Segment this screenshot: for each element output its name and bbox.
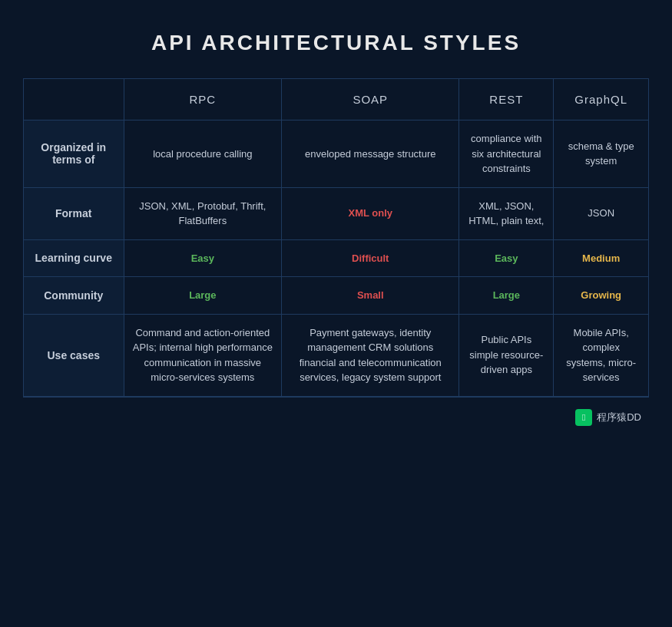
label-community: Community	[24, 277, 124, 315]
cell-format-rpc: JSON, XML, Protobuf, Thrift, FlatBuffers	[124, 187, 282, 239]
learning-graphql-value: Medium	[582, 252, 620, 264]
cell-format-rest: XML, JSON, HTML, plain text,	[459, 187, 554, 239]
row-organized: Organized in terms of local procedure ca…	[24, 120, 648, 188]
header-rpc: RPC	[124, 79, 282, 120]
cell-format-graphql: JSON	[554, 187, 648, 239]
cell-usecases-soap: Payment gateways, identity management CR…	[282, 314, 459, 396]
row-learning: Learning curve Easy Difficult Easy Mediu…	[24, 239, 648, 277]
cell-learning-soap: Difficult	[282, 239, 459, 277]
cell-community-soap: Small	[282, 277, 459, 315]
cell-community-rpc: Large	[124, 277, 282, 315]
header-soap: SOAP	[282, 79, 459, 120]
row-community: Community Large Small Large Growing	[24, 277, 648, 315]
learning-soap-value: Difficult	[352, 252, 389, 264]
watermark:  程序猿DD	[23, 409, 649, 426]
label-usecases: Use cases	[24, 314, 124, 396]
wechat-icon: 	[575, 409, 592, 426]
cell-usecases-graphql: Mobile APIs, complex systems, micro-serv…	[554, 314, 648, 396]
cell-community-rest: Large	[459, 277, 554, 315]
cell-community-graphql: Growing	[554, 277, 648, 315]
cell-learning-graphql: Medium	[554, 239, 648, 277]
cell-format-soap: XML only	[282, 187, 459, 239]
community-graphql-value: Growing	[581, 289, 621, 301]
comparison-table: RPC SOAP REST GraphQL Organized in terms…	[23, 78, 649, 398]
header-rest: REST	[459, 79, 554, 120]
page-title: API ARCHITECTURAL STYLES	[23, 31, 649, 55]
community-soap-value: Small	[357, 289, 384, 301]
learning-rpc-value: Easy	[191, 252, 214, 264]
cell-organized-graphql: schema & type system	[554, 120, 648, 188]
community-rpc-value: Large	[189, 289, 216, 301]
table-header-row: RPC SOAP REST GraphQL	[24, 79, 648, 120]
header-empty	[24, 79, 124, 120]
label-learning: Learning curve	[24, 239, 124, 277]
cell-learning-rpc: Easy	[124, 239, 282, 277]
cell-organized-soap: enveloped message structure	[282, 120, 459, 188]
format-soap-value: XML only	[348, 207, 392, 219]
cell-learning-rest: Easy	[459, 239, 554, 277]
header-graphql: GraphQL	[554, 79, 648, 120]
row-format: Format JSON, XML, Protobuf, Thrift, Flat…	[24, 187, 648, 239]
label-organized: Organized in terms of	[24, 120, 124, 188]
cell-organized-rest: compliance with six architectural constr…	[459, 120, 554, 188]
cell-usecases-rest: Public APIs simple resource-driven apps	[459, 314, 554, 396]
cell-organized-rpc: local procedure calling	[124, 120, 282, 188]
watermark-text: 程序猿DD	[597, 411, 641, 424]
learning-rest-value: Easy	[495, 252, 518, 264]
label-format: Format	[24, 187, 124, 239]
page-wrapper: API ARCHITECTURAL STYLES RPC SOAP REST G…	[15, 15, 657, 449]
cell-usecases-rpc: Command and action-oriented APIs; intern…	[124, 314, 282, 396]
row-usecases: Use cases Command and action-oriented AP…	[24, 314, 648, 396]
community-rest-value: Large	[493, 289, 520, 301]
